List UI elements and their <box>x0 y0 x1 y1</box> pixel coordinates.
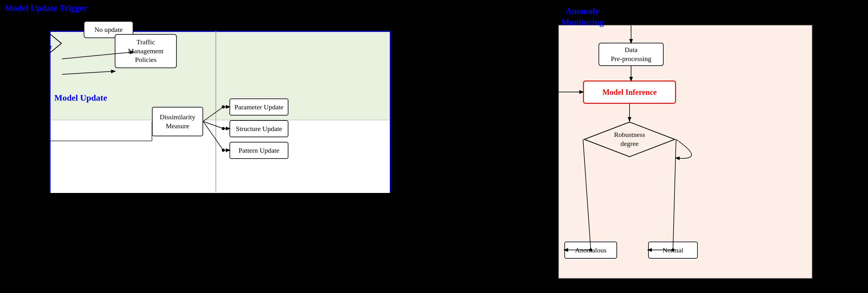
label-no: No <box>67 25 74 33</box>
trigger-section <box>51 32 390 120</box>
update-label: Model Update <box>54 93 107 103</box>
trigger-label: Model Update Trigger <box>5 3 87 13</box>
structure-update-box: Structure Update <box>229 120 288 137</box>
dissimilarity-measure-box: Dissimilarity Measure <box>152 107 203 136</box>
left-panel <box>50 31 391 192</box>
robustness-diamond <box>583 121 676 158</box>
anomaly-monitoring-label: Anomaly Monitoring <box>561 6 604 28</box>
pattern-update-box: Pattern Update <box>229 142 288 159</box>
anomalous-box: Anomalous <box>564 242 617 259</box>
update-section <box>51 120 390 193</box>
right-to-left-arrow <box>391 93 558 141</box>
svg-marker-1 <box>584 122 675 157</box>
svg-marker-0 <box>25 29 61 58</box>
label-yes: Yes <box>41 77 50 84</box>
main-container: Model Update Trigger Event Trigger No Ye… <box>0 0 868 293</box>
event-trigger-diamond <box>25 28 62 59</box>
normal-box: Normal <box>648 242 698 259</box>
model-inference-box: Model Inference <box>583 80 676 104</box>
data-preprocessing-box: Data Pre-processing <box>598 43 664 66</box>
vertical-divider <box>216 31 216 192</box>
traffic-management-policies-box: Traffic Management Policies <box>115 34 177 68</box>
parameter-update-box: Parameter Update <box>229 99 288 115</box>
